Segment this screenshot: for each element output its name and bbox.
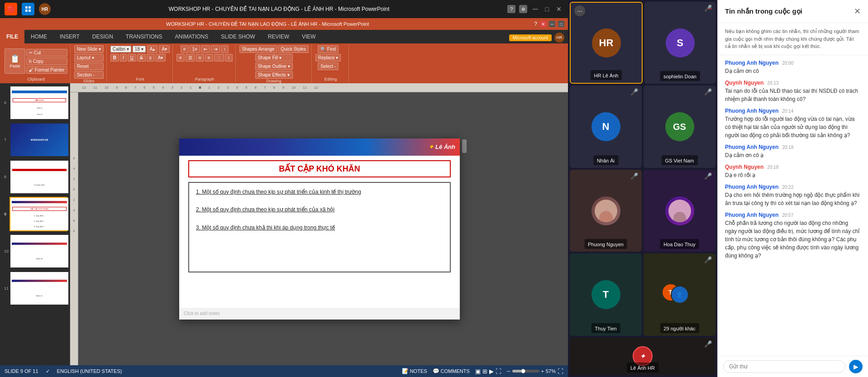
slide-thumb-11[interactable]: 11 Slide 11 xyxy=(10,271,67,305)
zoom-slider-thumb[interactable] xyxy=(521,369,525,373)
shape-fill-button[interactable]: Shape Fill ▾ xyxy=(255,54,293,62)
font-decrease[interactable]: A▾ xyxy=(159,45,170,53)
more-options-btn-hr[interactable]: ··· xyxy=(574,5,585,16)
font-increase[interactable]: A▴ xyxy=(147,45,158,53)
strikethrough-button[interactable]: S xyxy=(137,54,146,62)
video-cell-gs-viet-nam[interactable]: 🎤 GS GS Viet Nam xyxy=(644,86,715,167)
teams-icon[interactable] xyxy=(22,3,34,15)
slides-buttons: New Slide ▾ Layout ▾ Reset Section - xyxy=(74,45,104,79)
video-cell-thuy-tien[interactable]: T Thuy Tien xyxy=(570,253,642,335)
normal-view-btn[interactable]: ▣ xyxy=(475,368,481,375)
font-family-select[interactable]: Calibri ▾ xyxy=(110,46,131,52)
canvas-content[interactable]: ✦ Lê Ánh BẤT CẬP KHÓ KHĂN 1. Một số quy xyxy=(78,92,568,365)
section-button[interactable]: Section - xyxy=(74,71,104,79)
tab-home[interactable]: HOME xyxy=(24,30,53,43)
language-label[interactable]: ENGLISH (UNITED STATES) xyxy=(57,368,122,374)
columns-button[interactable]: ⋮ xyxy=(214,54,224,62)
slide-thumb-6[interactable]: 6 NỘI DUNG • Item 1 • Item 2 xyxy=(10,86,67,120)
settings-icon[interactable]: ⚙ xyxy=(519,5,527,13)
tab-view[interactable]: VIEW xyxy=(296,30,322,43)
reading-view-btn[interactable]: ▶ xyxy=(489,368,494,375)
decrease-indent-button[interactable]: ⇤ xyxy=(201,45,210,53)
select-button[interactable]: Select - xyxy=(318,62,339,70)
shadow-button[interactable]: s xyxy=(147,54,154,62)
ppt-max-icon[interactable]: □ xyxy=(558,21,564,27)
slide-notes[interactable]: Click to add notes xyxy=(179,308,460,320)
comments-button[interactable]: 💬 COMMENTS xyxy=(433,368,470,374)
slide-thumb-10[interactable]: 10 Slide 10 xyxy=(10,234,67,268)
format-painter-button[interactable]: 🖌 Format Painter xyxy=(26,66,67,74)
user-avatar-top[interactable]: HR xyxy=(39,3,51,15)
tab-review[interactable]: REVIEW xyxy=(262,30,296,43)
fit-slide-btn[interactable]: ⛶ xyxy=(558,368,563,375)
new-slide-button[interactable]: New Slide ▾ xyxy=(74,45,104,53)
ppt-help-icon[interactable]: ? xyxy=(534,21,537,27)
close-button[interactable]: ✕ xyxy=(554,5,563,13)
ppt-user-avatar[interactable]: HR xyxy=(554,33,564,43)
slide-content-box[interactable]: 1. Một số quy định chưa theo kịp sự phát… xyxy=(188,182,451,272)
font-size-select[interactable]: 18 ▾ xyxy=(133,46,146,52)
num-list-button[interactable]: 1≡ xyxy=(190,45,200,53)
video-cell-sophielin[interactable]: 🎤̶ S sophielin Doan xyxy=(644,2,715,84)
ppt-close-icon[interactable]: ✕ xyxy=(540,21,546,27)
notes-button[interactable]: 📝 NOTES xyxy=(402,368,427,374)
replace-button[interactable]: Replace ▾ xyxy=(315,54,341,62)
paragraph-buttons: ≡ 1≡ ⇤ ⇥ ↕ ≡ ☰ ≡ ≡ ⋮ ↕ xyxy=(176,45,233,77)
tab-design[interactable]: DESIGN xyxy=(86,30,119,43)
slideshow-btn[interactable]: ⛶ xyxy=(496,368,501,375)
bullet-list-button[interactable]: ≡ xyxy=(181,45,189,53)
justify-button[interactable]: ≡ xyxy=(205,54,213,62)
tab-file[interactable]: FILE xyxy=(0,30,24,43)
chat-close-button[interactable]: ✕ xyxy=(854,6,861,16)
chat-text-3: Dạ cảm ơn cô ạ xyxy=(725,151,861,159)
ppt-min-icon[interactable]: ─ xyxy=(549,21,555,27)
minimize-button[interactable]: ─ xyxy=(531,5,539,13)
tab-insert[interactable]: INSERT xyxy=(53,30,86,43)
reset-button[interactable]: Reset xyxy=(74,62,104,70)
align-center-button[interactable]: ☰ xyxy=(186,54,195,62)
line-spacing-button[interactable]: ↕ xyxy=(225,54,233,62)
canvas-scrollbar[interactable] xyxy=(462,138,467,320)
shape-effects-button[interactable]: Shape Effects ▾ xyxy=(255,71,293,79)
avatar-thuy-tien: T xyxy=(591,280,620,309)
copy-button[interactable]: ⎘ Copy xyxy=(26,57,67,65)
video-cell-nhan-ai[interactable]: 🎤 N Nhân Ái xyxy=(570,86,642,167)
align-left-button[interactable]: ≡ xyxy=(176,54,185,62)
video-cell-hoa-dao-thuy[interactable]: 🎤 Hoa Dao Thuy xyxy=(644,170,715,252)
find-button[interactable]: 🔍 Find xyxy=(318,45,339,53)
align-right-button[interactable]: ≡ xyxy=(196,54,204,62)
tab-slide-show[interactable]: SLIDE SHOW xyxy=(215,30,261,43)
tab-animations[interactable]: ANIMATIONS xyxy=(168,30,215,43)
video-cell-le-anh-presenting[interactable]: 🎤 ✦ Lê Ánh HR xyxy=(570,338,715,375)
video-cell-others[interactable]: 🎤 T 👤 29 người khác xyxy=(644,253,715,335)
canvas-area: 121110 987 654 321 0 123 456 789 101112 xyxy=(70,83,568,365)
slide-thumb-9[interactable]: 9 BẤT CẬP KHÓ KHĂN 1. Quy định... 2. Quy… xyxy=(10,197,67,231)
text-direction-button[interactable]: ↕ xyxy=(221,45,229,53)
underline-button[interactable]: U xyxy=(128,54,136,62)
slide-title-box[interactable]: BẤT CẬP KHÓ KHĂN xyxy=(188,160,451,177)
cut-button[interactable]: ✂ Cut xyxy=(26,49,67,57)
video-cell-hr[interactable]: ··· HR HR Lê Ánh xyxy=(570,2,643,84)
maximize-button[interactable]: □ xyxy=(544,5,551,13)
bold-button[interactable]: B xyxy=(110,54,119,62)
help-icon[interactable]: ? xyxy=(507,5,515,13)
shape-outline-button[interactable]: Shape Outline ▾ xyxy=(255,62,293,70)
chat-input-field[interactable] xyxy=(723,360,845,373)
slide-thumb-8[interactable]: 8 Content slide xyxy=(10,160,67,194)
tab-transitions[interactable]: TRANSITIONS xyxy=(119,30,169,43)
chat-send-button[interactable]: ▶ xyxy=(849,360,863,373)
slide-canvas[interactable]: ✦ Lê Ánh BẤT CẬP KHÓ KHĂN 1. Một số quy xyxy=(179,138,460,320)
italic-button[interactable]: I xyxy=(120,54,127,62)
slide-thumb-7[interactable]: 7 WORKSHOP HR xyxy=(10,123,67,157)
video-grid: ··· HR HR Lê Ánh 🎤̶ S sophielin Doan xyxy=(568,0,717,377)
paste-button[interactable]: 📋 Paste xyxy=(5,48,25,74)
increase-indent-button[interactable]: ⇥ xyxy=(211,45,220,53)
video-cell-phuong-nguyen[interactable]: 🎤 Phuong Nguyen xyxy=(570,170,642,252)
slide-sorter-btn[interactable]: ⊞ xyxy=(482,368,487,375)
zoom-slider[interactable] xyxy=(512,370,539,372)
shapes-arrange-button[interactable]: Shapes Arrange xyxy=(239,45,277,53)
font-color-button[interactable]: A▾ xyxy=(155,54,166,62)
layout-button[interactable]: Layout ▾ xyxy=(74,54,104,62)
quick-styles-button[interactable]: Quick Styles xyxy=(278,45,309,53)
microsoft-account-btn[interactable]: Microsoft account xyxy=(509,34,552,41)
